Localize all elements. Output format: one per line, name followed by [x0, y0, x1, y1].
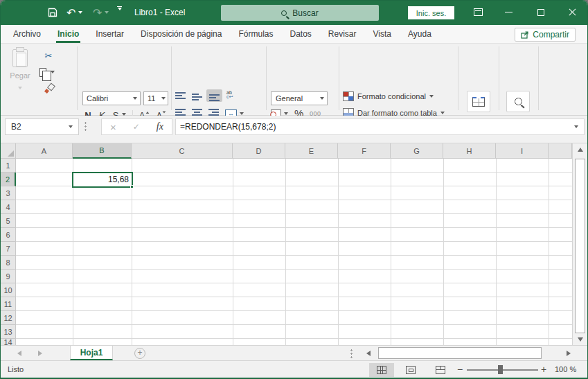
triangle-right-icon — [567, 351, 571, 356]
column-header-b[interactable]: B — [73, 143, 132, 159]
ribbon: Pegar ✂ Portapapeles Calibri 11 N K S A … — [1, 44, 587, 116]
row-header-7[interactable]: 7 — [1, 242, 16, 256]
row-header-11[interactable]: 11 — [1, 297, 16, 311]
copy-button[interactable] — [39, 66, 55, 78]
customize-qat-button[interactable] — [117, 6, 122, 19]
view-page-layout-button[interactable] — [398, 363, 423, 377]
row-header-10[interactable]: 10 — [1, 283, 16, 297]
sheet-tab-hoja1[interactable]: Hoja1 — [70, 346, 113, 360]
tab-disposicion[interactable]: Disposición de página — [132, 25, 230, 43]
page-layout-icon — [406, 366, 416, 374]
save-button[interactable] — [48, 6, 57, 19]
tab-archivo[interactable]: Archivo — [5, 25, 49, 43]
tab-vista[interactable]: Vista — [365, 25, 400, 43]
row-header-6[interactable]: 6 — [1, 228, 16, 242]
column-header-filler — [549, 143, 572, 159]
row-header-14[interactable]: 14 — [1, 339, 16, 345]
scroll-left-button[interactable] — [362, 347, 375, 359]
format-painter-button[interactable] — [41, 82, 56, 95]
selected-cell-b2[interactable]: 15,68 — [72, 172, 133, 188]
next-sheet-button[interactable] — [35, 349, 45, 358]
worksheet-grid[interactable]: A B C D E F G H I 1 2 3 4 5 6 7 8 9 10 1… — [1, 143, 587, 345]
zoom-out-button[interactable]: − — [454, 363, 465, 376]
redo-button[interactable]: ↷ — [93, 6, 109, 19]
maximize-button[interactable] — [529, 1, 553, 24]
share-icon — [521, 30, 529, 39]
scroll-up-button[interactable] — [573, 143, 587, 156]
row-header-5[interactable]: 5 — [1, 214, 16, 228]
search-input[interactable]: Buscar — [221, 5, 379, 21]
align-bottom-button[interactable] — [206, 89, 222, 102]
row-header-13[interactable]: 13 — [1, 325, 16, 339]
select-all-button[interactable] — [1, 143, 16, 159]
conditional-formatting-button[interactable]: Formato condicional — [343, 91, 434, 101]
row-header-9[interactable]: 9 — [1, 270, 16, 283]
fill-handle[interactable] — [130, 185, 134, 188]
column-header-a[interactable]: A — [16, 143, 73, 159]
zoom-level[interactable]: 100 % — [555, 365, 576, 373]
formula-bar-grip[interactable] — [84, 121, 87, 132]
formula-input[interactable]: =REDONDEAR(15,678;2) — [175, 118, 585, 135]
previous-sheet-button[interactable] — [15, 349, 24, 358]
column-header-h[interactable]: H — [443, 143, 496, 159]
enter-icon[interactable]: ✓ — [133, 122, 140, 132]
tab-revisar[interactable]: Revisar — [320, 25, 365, 43]
column-header-d[interactable]: D — [233, 143, 285, 159]
chevron-down-icon — [429, 95, 434, 98]
close-button[interactable] — [560, 1, 584, 24]
column-header-f[interactable]: F — [338, 143, 391, 159]
tab-label: Revisar — [328, 29, 357, 39]
view-page-break-button[interactable] — [428, 363, 453, 377]
tab-formulas[interactable]: Fórmulas — [230, 25, 281, 43]
gridline — [549, 159, 549, 345]
horizontal-scroll-thumb[interactable] — [378, 347, 542, 359]
ribbon-display-icon — [474, 8, 483, 16]
tab-datos[interactable]: Datos — [281, 25, 319, 43]
row-header-3[interactable]: 3 — [1, 186, 16, 200]
paste-button[interactable]: Pegar — [6, 49, 34, 92]
triangle-left-icon — [366, 351, 371, 356]
cancel-icon[interactable]: × — [110, 121, 116, 133]
sign-in-button[interactable]: Inic. ses. — [408, 6, 454, 19]
ribbon-display-options-button[interactable] — [466, 1, 490, 24]
column-header-i[interactable]: I — [496, 143, 549, 159]
tab-inicio[interactable]: Inicio — [49, 25, 87, 43]
share-button[interactable]: Compartir — [515, 28, 576, 42]
tab-ayuda[interactable]: Ayuda — [400, 25, 440, 43]
row-header-1[interactable]: 1 — [1, 159, 16, 173]
insert-function-icon[interactable]: fx — [157, 121, 163, 132]
wrap-text-button[interactable]: abc↩ — [226, 91, 233, 99]
zoom-slider-thumb[interactable] — [498, 365, 503, 374]
scroll-right-button[interactable] — [562, 347, 576, 359]
zoom-in-button[interactable]: + — [538, 363, 549, 376]
column-header-c[interactable]: C — [132, 143, 233, 159]
scroll-down-button[interactable] — [573, 333, 587, 345]
row-header-4[interactable]: 4 — [1, 200, 16, 214]
chevron-down-icon — [440, 112, 445, 114]
number-format-select[interactable]: General — [271, 91, 328, 105]
row-header-8[interactable]: 8 — [1, 256, 16, 270]
title-bar: ↶ ↷ Libro1 - Excel Buscar Inic. ses. — [1, 1, 587, 25]
vertical-scrollbar[interactable] — [572, 143, 587, 345]
row-header-12[interactable]: 12 — [1, 311, 16, 325]
column-header-e[interactable]: E — [285, 143, 338, 159]
minimize-button[interactable] — [497, 1, 520, 24]
undo-button[interactable]: ↶ — [66, 6, 82, 19]
view-normal-button[interactable] — [369, 363, 394, 377]
align-top-button[interactable] — [175, 92, 186, 102]
horizontal-scrollbar[interactable] — [362, 347, 576, 359]
font-name-select[interactable]: Calibri — [82, 91, 141, 105]
font-size-select[interactable]: 11 — [143, 91, 168, 105]
new-sheet-button[interactable]: + — [134, 348, 145, 359]
tab-insertar[interactable]: Insertar — [87, 25, 132, 43]
name-box[interactable]: B2 — [5, 118, 79, 135]
vertical-scroll-thumb[interactable] — [575, 159, 585, 333]
number-format-value: General — [276, 94, 303, 103]
tab-bar-grip[interactable] — [350, 349, 353, 360]
gridline — [233, 159, 233, 345]
align-middle-button[interactable] — [192, 92, 202, 102]
row-header-2[interactable]: 2 — [1, 173, 16, 186]
column-header-g[interactable]: G — [391, 143, 443, 159]
expand-formula-bar-icon[interactable] — [574, 125, 578, 128]
cut-button[interactable]: ✂ — [41, 49, 56, 62]
